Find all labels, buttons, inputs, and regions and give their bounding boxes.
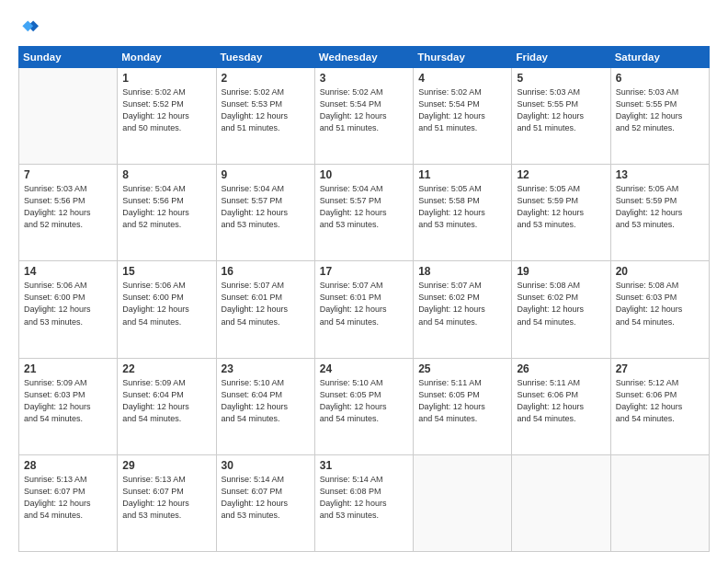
day-info: Sunrise: 5:13 AM Sunset: 6:07 PM Dayligh… [122, 474, 210, 522]
calendar-cell: 16Sunrise: 5:07 AM Sunset: 6:01 PM Dayli… [216, 261, 314, 358]
calendar-cell: 7Sunrise: 5:03 AM Sunset: 5:56 PM Daylig… [19, 165, 118, 261]
calendar-cell: 11Sunrise: 5:05 AM Sunset: 5:58 PM Dayli… [414, 165, 512, 261]
page: SundayMondayTuesdayWednesdayThursdayFrid… [0, 0, 728, 563]
day-info: Sunrise: 5:10 AM Sunset: 6:05 PM Dayligh… [320, 377, 408, 425]
calendar-cell: 9Sunrise: 5:04 AM Sunset: 5:57 PM Daylig… [216, 165, 314, 261]
day-number: 4 [418, 72, 506, 85]
day-info: Sunrise: 5:05 AM Sunset: 5:59 PM Dayligh… [616, 183, 704, 231]
calendar-cell [19, 68, 118, 165]
day-info: Sunrise: 5:02 AM Sunset: 5:54 PM Dayligh… [418, 86, 506, 134]
day-number: 16 [222, 265, 310, 278]
day-info: Sunrise: 5:03 AM Sunset: 5:56 PM Dayligh… [24, 183, 112, 231]
calendar-cell: 12Sunrise: 5:05 AM Sunset: 5:59 PM Dayli… [512, 165, 610, 261]
calendar-cell: 20Sunrise: 5:08 AM Sunset: 6:03 PM Dayli… [610, 261, 709, 358]
calendar-cell [414, 454, 512, 551]
day-info: Sunrise: 5:05 AM Sunset: 5:59 PM Dayligh… [517, 183, 605, 231]
calendar-header-friday: Friday [512, 47, 610, 68]
day-number: 9 [222, 168, 310, 181]
day-number: 11 [418, 168, 506, 181]
day-number: 31 [320, 459, 408, 472]
day-number: 5 [517, 72, 605, 85]
day-number: 7 [24, 168, 112, 181]
day-info: Sunrise: 5:07 AM Sunset: 6:01 PM Dayligh… [222, 280, 310, 327]
day-info: Sunrise: 5:05 AM Sunset: 5:58 PM Dayligh… [418, 183, 506, 231]
day-info: Sunrise: 5:02 AM Sunset: 5:53 PM Dayligh… [222, 86, 310, 134]
logo [18, 17, 42, 37]
day-number: 21 [24, 362, 112, 375]
calendar-header-wednesday: Wednesday [314, 47, 413, 68]
calendar-cell: 19Sunrise: 5:08 AM Sunset: 6:02 PM Dayli… [512, 261, 610, 358]
day-number: 2 [222, 72, 310, 85]
calendar-header-tuesday: Tuesday [216, 47, 314, 68]
day-info: Sunrise: 5:03 AM Sunset: 5:55 PM Dayligh… [517, 86, 605, 134]
day-info: Sunrise: 5:07 AM Sunset: 6:02 PM Dayligh… [418, 280, 506, 327]
day-number: 6 [616, 72, 704, 85]
calendar-cell: 21Sunrise: 5:09 AM Sunset: 6:03 PM Dayli… [19, 358, 118, 454]
calendar-cell: 1Sunrise: 5:02 AM Sunset: 5:52 PM Daylig… [118, 68, 216, 165]
calendar-cell: 28Sunrise: 5:13 AM Sunset: 6:07 PM Dayli… [19, 454, 118, 551]
day-number: 17 [320, 265, 408, 278]
calendar-cell: 4Sunrise: 5:02 AM Sunset: 5:54 PM Daylig… [414, 68, 512, 165]
day-number: 1 [122, 72, 210, 85]
calendar-header-sunday: Sunday [19, 47, 118, 68]
day-info: Sunrise: 5:10 AM Sunset: 6:04 PM Dayligh… [222, 377, 310, 425]
calendar-cell [610, 454, 709, 551]
calendar-week-row: 14Sunrise: 5:06 AM Sunset: 6:00 PM Dayli… [19, 261, 710, 358]
day-number: 14 [24, 265, 112, 278]
calendar-cell: 2Sunrise: 5:02 AM Sunset: 5:53 PM Daylig… [216, 68, 314, 165]
day-number: 8 [122, 168, 210, 181]
day-info: Sunrise: 5:07 AM Sunset: 6:01 PM Dayligh… [320, 280, 408, 327]
calendar-cell: 15Sunrise: 5:06 AM Sunset: 6:00 PM Dayli… [118, 261, 216, 358]
day-info: Sunrise: 5:02 AM Sunset: 5:52 PM Dayligh… [122, 86, 210, 134]
calendar-cell: 27Sunrise: 5:12 AM Sunset: 6:06 PM Dayli… [610, 358, 709, 454]
calendar-cell: 10Sunrise: 5:04 AM Sunset: 5:57 PM Dayli… [314, 165, 413, 261]
calendar-cell: 8Sunrise: 5:04 AM Sunset: 5:56 PM Daylig… [118, 165, 216, 261]
calendar-week-row: 1Sunrise: 5:02 AM Sunset: 5:52 PM Daylig… [19, 68, 710, 165]
calendar-header-thursday: Thursday [414, 47, 512, 68]
day-info: Sunrise: 5:06 AM Sunset: 6:00 PM Dayligh… [24, 280, 112, 327]
day-info: Sunrise: 5:11 AM Sunset: 6:05 PM Dayligh… [418, 377, 506, 425]
day-info: Sunrise: 5:08 AM Sunset: 6:03 PM Dayligh… [616, 280, 704, 327]
day-number: 20 [616, 265, 704, 278]
calendar-cell: 17Sunrise: 5:07 AM Sunset: 6:01 PM Dayli… [314, 261, 413, 358]
calendar-cell: 13Sunrise: 5:05 AM Sunset: 5:59 PM Dayli… [610, 165, 709, 261]
day-info: Sunrise: 5:06 AM Sunset: 6:00 PM Dayligh… [122, 280, 210, 327]
calendar-header-row: SundayMondayTuesdayWednesdayThursdayFrid… [19, 47, 710, 68]
day-number: 13 [616, 168, 704, 181]
day-number: 22 [122, 362, 210, 375]
calendar-header-monday: Monday [118, 47, 216, 68]
day-info: Sunrise: 5:03 AM Sunset: 5:55 PM Dayligh… [616, 86, 704, 134]
day-number: 15 [122, 265, 210, 278]
day-info: Sunrise: 5:13 AM Sunset: 6:07 PM Dayligh… [24, 474, 112, 522]
calendar-table: SundayMondayTuesdayWednesdayThursdayFrid… [18, 46, 710, 552]
calendar-cell: 24Sunrise: 5:10 AM Sunset: 6:05 PM Dayli… [314, 358, 413, 454]
calendar-cell: 26Sunrise: 5:11 AM Sunset: 6:06 PM Dayli… [512, 358, 610, 454]
day-number: 30 [222, 459, 310, 472]
day-number: 19 [517, 265, 605, 278]
day-number: 28 [24, 459, 112, 472]
day-number: 25 [418, 362, 506, 375]
day-number: 24 [320, 362, 408, 375]
calendar-cell [512, 454, 610, 551]
day-info: Sunrise: 5:11 AM Sunset: 6:06 PM Dayligh… [517, 377, 605, 425]
day-info: Sunrise: 5:12 AM Sunset: 6:06 PM Dayligh… [616, 377, 704, 425]
calendar-cell: 5Sunrise: 5:03 AM Sunset: 5:55 PM Daylig… [512, 68, 610, 165]
logo-icon [18, 17, 39, 37]
day-number: 29 [122, 459, 210, 472]
day-number: 23 [222, 362, 310, 375]
calendar-cell: 22Sunrise: 5:09 AM Sunset: 6:04 PM Dayli… [118, 358, 216, 454]
day-info: Sunrise: 5:04 AM Sunset: 5:57 PM Dayligh… [320, 183, 408, 231]
day-info: Sunrise: 5:02 AM Sunset: 5:54 PM Dayligh… [320, 86, 408, 134]
day-number: 26 [517, 362, 605, 375]
calendar-cell: 3Sunrise: 5:02 AM Sunset: 5:54 PM Daylig… [314, 68, 413, 165]
calendar-cell: 6Sunrise: 5:03 AM Sunset: 5:55 PM Daylig… [610, 68, 709, 165]
calendar-cell: 23Sunrise: 5:10 AM Sunset: 6:04 PM Dayli… [216, 358, 314, 454]
calendar-cell: 30Sunrise: 5:14 AM Sunset: 6:07 PM Dayli… [216, 454, 314, 551]
calendar-week-row: 21Sunrise: 5:09 AM Sunset: 6:03 PM Dayli… [19, 358, 710, 454]
day-number: 27 [616, 362, 704, 375]
calendar-cell: 14Sunrise: 5:06 AM Sunset: 6:00 PM Dayli… [19, 261, 118, 358]
calendar-cell: 31Sunrise: 5:14 AM Sunset: 6:08 PM Dayli… [314, 454, 413, 551]
calendar-cell: 25Sunrise: 5:11 AM Sunset: 6:05 PM Dayli… [414, 358, 512, 454]
calendar-week-row: 28Sunrise: 5:13 AM Sunset: 6:07 PM Dayli… [19, 454, 710, 551]
day-number: 12 [517, 168, 605, 181]
